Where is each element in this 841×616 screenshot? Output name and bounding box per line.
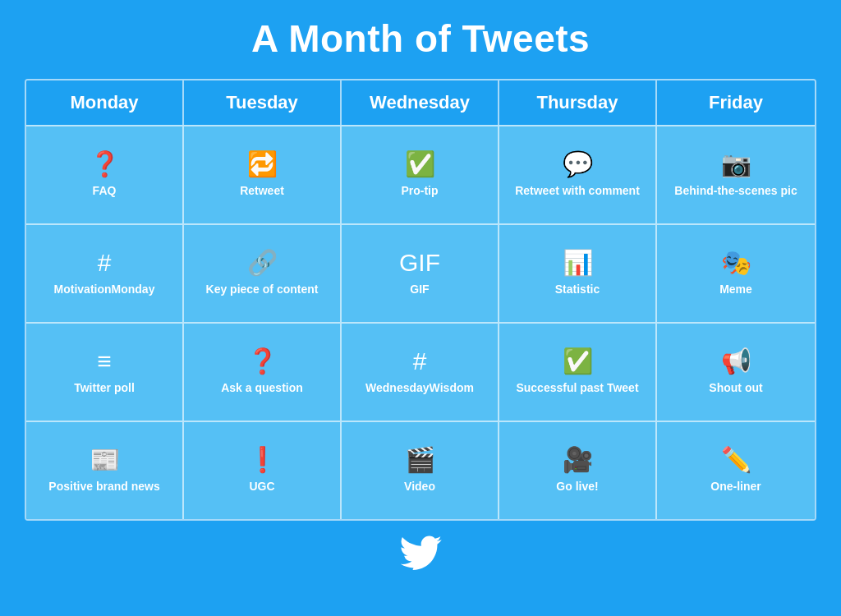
table-cell: 📊Statistic <box>499 223 657 322</box>
cell-label: Key piece of content <box>206 282 319 297</box>
cell-label: Ask a question <box>221 380 303 395</box>
cell-label: Shout out <box>709 380 762 395</box>
table-cell: ❓Ask a question <box>184 322 342 421</box>
statistic-icon: 📊 <box>563 251 593 275</box>
cell-label: Retweet with comment <box>515 183 640 198</box>
table-cell: ✅Pro-tip <box>342 125 499 223</box>
cell-label: Behind-the-scenes pic <box>674 183 797 198</box>
cell-label: Video <box>404 479 435 494</box>
table-cell: ✅Successful past Tweet <box>499 322 657 421</box>
table-cell: 💬Retweet with comment <box>499 125 657 223</box>
cell-label: One-liner <box>710 479 761 494</box>
table-cell: 🔁Retweet <box>184 125 342 223</box>
cell-label: WednesdayWisdom <box>365 380 474 395</box>
cell-label: Positive brand news <box>48 479 159 494</box>
table-cell: 🎭Meme <box>657 223 815 322</box>
cell-label: Successful past Tweet <box>516 380 638 395</box>
retweet-comment-icon: 💬 <box>563 152 593 177</box>
header-row: MondayTuesdayWednesdayThursdayFriday <box>26 80 815 125</box>
live-icon: 🎥 <box>563 448 593 472</box>
cell-label: Pro-tip <box>401 183 438 198</box>
shoutout-icon: 📢 <box>721 349 751 374</box>
protip-icon: ✅ <box>405 152 435 177</box>
header-day-monday: Monday <box>26 80 184 125</box>
camera-icon: 📷 <box>721 152 751 177</box>
cell-label: FAQ <box>93 183 117 198</box>
cell-label: Go live! <box>556 479 598 494</box>
link-icon: 🔗 <box>247 251 278 275</box>
oneliner-icon: ✏️ <box>721 448 751 472</box>
table-cell: 📢Shout out <box>657 322 815 421</box>
table-cell: 📰Positive brand news <box>26 421 184 519</box>
table-cell: #WednesdayWisdom <box>342 322 499 421</box>
ugc-icon: ❗ <box>247 448 278 472</box>
meme-icon: 🎭 <box>721 251 751 275</box>
faq-icon: ❓ <box>90 152 120 177</box>
header-day-tuesday: Tuesday <box>184 80 342 125</box>
cell-label: Statistic <box>555 282 600 297</box>
success-icon: ✅ <box>563 349 593 374</box>
page-title: A Month of Tweets <box>251 16 590 61</box>
gif-icon: GIF <box>399 251 440 275</box>
cell-label: UGC <box>249 479 274 494</box>
calendar: MondayTuesdayWednesdayThursdayFriday ❓FA… <box>25 79 816 521</box>
table-cell: 🔗Key piece of content <box>184 223 342 322</box>
question-icon: ❓ <box>247 349 278 374</box>
twitter-footer <box>399 536 442 577</box>
hashtag-icon: # <box>98 251 112 275</box>
table-cell: ≡Twitter poll <box>26 322 184 421</box>
table-cell: 🎥Go live! <box>499 421 657 519</box>
table-cell: 🎬Video <box>342 421 499 519</box>
hashtag2-icon: # <box>413 349 427 374</box>
table-cell: ✏️One-liner <box>657 421 815 519</box>
table-cell: #MotivationMonday <box>26 223 184 322</box>
body-grid: ❓FAQ🔁Retweet✅Pro-tip💬Retweet with commen… <box>26 125 815 519</box>
table-cell: 📷Behind-the-scenes pic <box>657 125 815 223</box>
table-cell: GIFGIF <box>342 223 499 322</box>
twitter-bird-icon <box>399 536 442 570</box>
retweet-icon: 🔁 <box>247 152 278 177</box>
cell-label: Retweet <box>240 183 284 198</box>
cell-label: Meme <box>719 282 752 297</box>
header-day-wednesday: Wednesday <box>342 80 499 125</box>
header-day-friday: Friday <box>657 80 815 125</box>
cell-label: GIF <box>410 282 429 297</box>
news-icon: 📰 <box>90 448 120 472</box>
table-cell: ❗UGC <box>184 421 342 519</box>
video-icon: 🎬 <box>405 448 435 472</box>
cell-label: MotivationMonday <box>54 282 155 297</box>
table-cell: ❓FAQ <box>26 125 184 223</box>
poll-icon: ≡ <box>97 349 112 374</box>
header-day-thursday: Thursday <box>499 80 657 125</box>
cell-label: Twitter poll <box>74 380 135 395</box>
